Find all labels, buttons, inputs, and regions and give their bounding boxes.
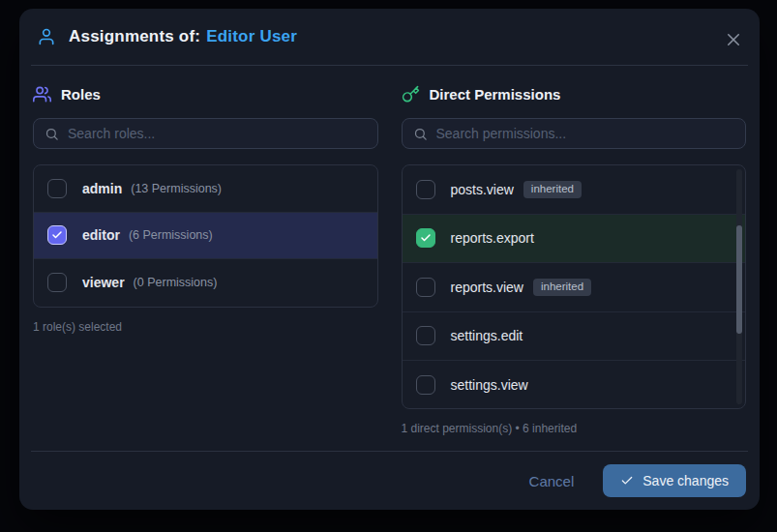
role-row[interactable]: editor (6 Permissions): [34, 213, 377, 260]
permission-row[interactable]: settings.view: [403, 361, 746, 409]
role-name: viewer: [82, 275, 125, 290]
permissions-search: [402, 118, 747, 149]
inherited-badge: inherited: [533, 279, 591, 296]
role-permission-count: (0 Permissions): [134, 276, 218, 289]
permission-name: reports.export: [451, 230, 534, 246]
permission-checkbox[interactable]: [416, 228, 435, 248]
permissions-panel-title-label: Direct Permissions: [430, 86, 561, 103]
permission-row[interactable]: posts.view inherited: [403, 165, 746, 215]
role-checkbox[interactable]: [47, 273, 67, 292]
close-button[interactable]: [723, 29, 744, 50]
permission-row[interactable]: reports.view inherited: [403, 263, 746, 312]
save-changes-label: Save changes: [643, 473, 729, 488]
role-permission-count: (6 Permissions): [129, 228, 213, 242]
permissions-scrollbar-thumb[interactable]: [736, 225, 742, 334]
modal-footer: Cancel Save changes: [31, 451, 748, 510]
inherited-badge: inherited: [523, 181, 582, 198]
role-row[interactable]: admin (13 Permissions): [34, 165, 377, 213]
role-checkbox[interactable]: [47, 225, 67, 245]
search-icon: [413, 127, 428, 141]
role-checkbox[interactable]: [47, 179, 67, 198]
user-icon: [37, 27, 56, 46]
users-icon: [33, 85, 51, 103]
permissions-summary: 1 direct permission(s) • 6 inherited: [402, 422, 747, 435]
checkmark-icon: [51, 229, 63, 241]
modal-title-prefix: Assignments of:: [69, 27, 200, 45]
modal-body: Roles admin (13 Permissions) editor (6 P…: [33, 85, 746, 435]
role-name: admin: [82, 181, 122, 196]
permission-name: reports.view: [451, 280, 523, 295]
roles-panel: Roles admin (13 Permissions) editor (6 P…: [33, 85, 378, 435]
check-icon: [620, 474, 634, 488]
permissions-panel-title: Direct Permissions: [402, 85, 747, 103]
permission-name: posts.view: [451, 182, 514, 197]
role-name: editor: [82, 227, 120, 243]
roles-search-input[interactable]: [68, 126, 367, 141]
permission-checkbox[interactable]: [416, 375, 435, 395]
roles-panel-title-label: Roles: [61, 86, 101, 103]
roles-search: [33, 118, 378, 149]
permissions-search-input[interactable]: [436, 126, 735, 141]
permissions-list: posts.view inherited reports.export repo…: [402, 164, 747, 409]
permission-row[interactable]: settings.edit: [403, 312, 746, 362]
role-permission-count: (13 Permissions): [131, 182, 222, 195]
modal-title: Assignments of:Editor User: [69, 27, 297, 46]
permissions-scrollbar-track[interactable]: [736, 169, 742, 404]
permission-checkbox[interactable]: [416, 278, 435, 297]
roles-panel-title: Roles: [33, 85, 378, 103]
permission-name: settings.edit: [451, 328, 523, 343]
permission-checkbox[interactable]: [416, 180, 435, 199]
cancel-button[interactable]: Cancel: [529, 473, 575, 489]
permission-row[interactable]: reports.export: [403, 215, 746, 264]
modal-title-user: Editor User: [206, 27, 297, 45]
search-icon: [45, 127, 59, 141]
checkmark-icon: [420, 232, 432, 244]
key-icon: [402, 85, 420, 103]
close-icon: [725, 31, 742, 48]
save-changes-button[interactable]: Save changes: [603, 464, 746, 497]
roles-summary: 1 role(s) selected: [33, 320, 378, 334]
roles-list: admin (13 Permissions) editor (6 Permiss…: [33, 164, 378, 308]
permission-name: settings.view: [451, 377, 528, 393]
permissions-panel: Direct Permissions posts.view inherited …: [402, 85, 747, 435]
assignments-modal: Assignments of:Editor User Roles admin (…: [19, 9, 760, 510]
role-row[interactable]: viewer (0 Permissions): [34, 259, 377, 307]
permission-checkbox[interactable]: [416, 326, 435, 345]
modal-header: Assignments of:Editor User: [19, 9, 760, 65]
header-divider: [31, 65, 748, 66]
